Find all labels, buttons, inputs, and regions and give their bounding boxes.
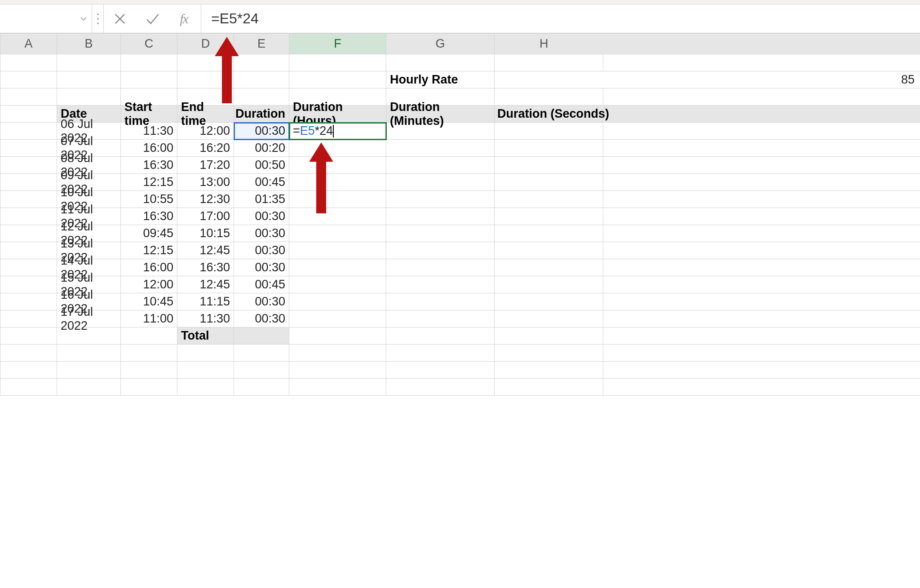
table-cell[interactable]: 11:00	[121, 310, 177, 327]
table-cell[interactable]: 00:50	[234, 157, 289, 173]
table-cell[interactable]: 10:55	[121, 191, 177, 208]
table-cell[interactable]: 00:45	[234, 276, 289, 293]
svg-point-1	[97, 18, 99, 20]
table-cell[interactable]: 11:15	[177, 293, 234, 310]
table-cell[interactable]: 12:00	[121, 276, 177, 293]
table-cell[interactable]: 16:00	[121, 259, 177, 276]
header-duration-minutes: Duration (Minutes)	[386, 106, 494, 122]
total-label: Total	[177, 327, 234, 344]
table-cell[interactable]: 16:20	[177, 140, 234, 156]
col-header-E[interactable]: E	[234, 34, 289, 54]
table-cell[interactable]: 12:30	[177, 191, 234, 208]
name-box[interactable]	[0, 4, 92, 33]
formula-input[interactable]: =E5*24	[201, 4, 920, 33]
table-cell[interactable]: 09:45	[121, 225, 177, 242]
col-header-B[interactable]: B	[57, 34, 121, 54]
header-start-time: Start time	[121, 106, 177, 122]
table-cell[interactable]: 12:45	[177, 242, 234, 259]
formula-text: =E5*24	[211, 10, 259, 27]
table-cell[interactable]: 11:30	[177, 310, 234, 327]
referenced-cell-E5[interactable]: 00:30	[234, 123, 289, 139]
text-cursor	[333, 125, 334, 137]
table-cell[interactable]: 12:15	[121, 174, 177, 190]
table-cell[interactable]: 00:30	[234, 259, 289, 276]
col-header-D[interactable]: D	[177, 34, 234, 54]
cancel-formula-button[interactable]	[104, 4, 136, 33]
table-cell[interactable]: 00:30	[234, 242, 289, 259]
chevron-down-icon[interactable]	[78, 13, 89, 24]
col-header-H[interactable]: H	[495, 34, 920, 54]
col-header-A[interactable]: A	[0, 34, 57, 54]
col-header-C[interactable]: C	[121, 34, 177, 54]
header-duration-hours: Duration (Hours)	[289, 106, 386, 122]
col-header-G[interactable]: G	[386, 34, 495, 54]
table-cell[interactable]: 00:30	[234, 225, 289, 242]
table-cell[interactable]: 12:15	[121, 242, 177, 259]
table-cell[interactable]: 12:45	[177, 276, 234, 293]
formula-bar-buttons: fx	[104, 4, 201, 33]
table-cell[interactable]: 16:30	[121, 208, 177, 225]
header-end-time: End time	[177, 106, 234, 122]
col-header-F[interactable]: F	[289, 34, 386, 54]
table-cell[interactable]: 00:45	[234, 174, 289, 190]
table-cell[interactable]: 17 Jul 2022	[57, 310, 120, 327]
hourly-rate-value[interactable]: 85	[495, 71, 920, 88]
active-cell-F5[interactable]: =E5*24	[289, 123, 386, 139]
table-cell[interactable]: 00:30	[234, 310, 289, 327]
hourly-rate-label: Hourly Rate	[386, 71, 494, 88]
fx-icon: fx	[179, 11, 190, 27]
column-header-row: A B C D E F G H	[0, 34, 920, 54]
table-cell[interactable]: 16:30	[177, 259, 234, 276]
table-cell[interactable]: 00:30	[234, 208, 289, 225]
table-cell[interactable]: 17:00	[177, 208, 234, 225]
formula-bar: fx =E5*24	[0, 4, 920, 33]
table-cell[interactable]: 10:45	[121, 293, 177, 310]
table-cell[interactable]: 00:30	[234, 293, 289, 310]
table-cell[interactable]: 13:00	[177, 174, 234, 190]
table-cell[interactable]: 01:35	[234, 191, 289, 208]
table-cell[interactable]: 10:15	[177, 225, 234, 242]
table-cell[interactable]: 17:20	[177, 157, 234, 173]
header-duration: Duration	[234, 106, 289, 122]
insert-function-button[interactable]: fx	[168, 4, 201, 33]
spreadsheet-grid[interactable]: A B C D E F G H Hourly Rate 85 Date Star…	[0, 33, 920, 396]
svg-point-0	[97, 13, 99, 15]
svg-point-2	[97, 22, 99, 24]
table-cell[interactable]: 16:00	[121, 140, 177, 156]
table-cell[interactable]: 00:20	[234, 140, 289, 156]
table-cell[interactable]: 16:30	[121, 157, 177, 173]
header-duration-seconds: Duration (Seconds)	[495, 106, 920, 122]
grip-icon	[92, 4, 104, 33]
enter-formula-button[interactable]	[136, 4, 168, 33]
ribbon-edge	[0, 0, 920, 4]
